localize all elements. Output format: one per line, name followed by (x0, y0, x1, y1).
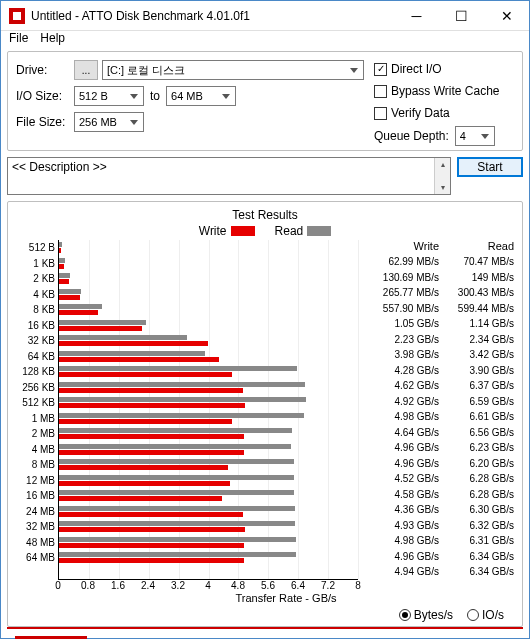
write-bar (59, 403, 245, 408)
menu-help[interactable]: Help (40, 31, 65, 45)
maximize-button[interactable]: ☐ (439, 1, 484, 31)
read-bar (59, 459, 294, 464)
y-label: 24 MB (16, 504, 55, 520)
bar-row (59, 287, 358, 303)
x-tick: 2.4 (141, 580, 155, 591)
read-bar (59, 258, 65, 263)
value-row: 62.99 MB/s70.47 MB/s (364, 254, 514, 270)
read-bar (59, 537, 296, 542)
start-button[interactable]: Start (457, 157, 523, 177)
legend-write-swatch (231, 226, 255, 236)
y-label: 16 MB (16, 488, 55, 504)
bypass-cache-label: Bypass Write Cache (391, 84, 500, 98)
y-label: 256 KB (16, 380, 55, 396)
bar-row (59, 426, 358, 442)
x-tick: 7.2 (321, 580, 335, 591)
read-bar (59, 335, 187, 340)
bar-row (59, 240, 358, 256)
write-bar (59, 264, 64, 269)
y-label: 2 KB (16, 271, 55, 287)
verify-data-label: Verify Data (391, 106, 450, 120)
y-label: 64 KB (16, 349, 55, 365)
read-bar (59, 490, 294, 495)
write-bar (59, 527, 245, 532)
value-row: 4.96 GB/s6.23 GB/s (364, 440, 514, 456)
bar-row (59, 380, 358, 396)
bytes-label: Bytes/s (414, 608, 453, 622)
close-button[interactable]: ✕ (484, 1, 529, 31)
write-bar (59, 512, 243, 517)
value-row: 4.92 GB/s6.59 GB/s (364, 394, 514, 410)
read-bar (59, 552, 296, 557)
read-bar (59, 320, 146, 325)
write-bar (59, 357, 219, 362)
ios-radio[interactable] (467, 609, 479, 621)
y-label: 12 MB (16, 473, 55, 489)
x-tick: 1.6 (111, 580, 125, 591)
write-bar (59, 295, 80, 300)
write-bar (59, 372, 232, 377)
bar-row (59, 488, 358, 504)
x-tick: 4 (205, 580, 211, 591)
bar-row (59, 364, 358, 380)
direct-io-label: Direct I/O (391, 62, 442, 76)
browse-button[interactable]: ... (74, 60, 98, 80)
y-label: 48 MB (16, 535, 55, 551)
read-bar (59, 304, 102, 309)
chart-bars (58, 240, 358, 580)
chart-x-label: Transfer Rate - GB/s (58, 592, 514, 604)
write-bar (59, 450, 244, 455)
value-row: 557.90 MB/s599.44 MB/s (364, 301, 514, 317)
values-table: 62.99 MB/s70.47 MB/s130.69 MB/s149 MB/s2… (364, 254, 514, 580)
menubar: File Help (1, 31, 529, 45)
write-bar (59, 543, 244, 548)
bar-row (59, 457, 358, 473)
x-tick: 8 (355, 580, 361, 591)
read-bar (59, 382, 305, 387)
write-bar (59, 279, 69, 284)
write-bar (59, 465, 228, 470)
io-size-to-select[interactable]: 64 MB (166, 86, 236, 106)
io-size-from-select[interactable]: 512 B (74, 86, 144, 106)
app-window: Untitled - ATTO Disk Benchmark 4.01.0f1 … (0, 0, 530, 639)
verify-data-checkbox[interactable] (374, 107, 387, 120)
chart-y-labels: 512 B1 KB2 KB4 KB8 KB16 KB32 KB64 KB128 … (16, 240, 58, 580)
value-row: 2.23 GB/s2.34 GB/s (364, 332, 514, 348)
write-bar (59, 558, 244, 563)
value-row: 4.36 GB/s6.30 GB/s (364, 502, 514, 518)
chart-x-ticks: 00.81.62.43.244.85.66.47.28 (58, 580, 358, 592)
chart-legend: Write Read (16, 224, 514, 238)
bytes-radio[interactable] (399, 609, 411, 621)
bar-row (59, 442, 358, 458)
drive-select[interactable]: [C:] 로컬 디스크 (102, 60, 364, 80)
read-bar (59, 413, 304, 418)
write-bar (59, 496, 222, 501)
value-row: 4.96 GB/s6.20 GB/s (364, 456, 514, 472)
read-bar (59, 444, 291, 449)
y-label: 8 KB (16, 302, 55, 318)
y-label: 2 MB (16, 426, 55, 442)
value-row: 4.96 GB/s6.34 GB/s (364, 549, 514, 565)
description-input[interactable]: << Description >> ▴▾ (7, 157, 451, 195)
y-label: 32 MB (16, 519, 55, 535)
bar-row (59, 411, 358, 427)
results-panel: Test Results Write Read 512 B1 KB2 KB4 K… (7, 201, 523, 627)
drive-label: Drive: (16, 63, 74, 77)
y-label: 512 B (16, 240, 55, 256)
description-scrollbar[interactable]: ▴▾ (434, 158, 450, 194)
menu-file[interactable]: File (9, 31, 28, 45)
bypass-cache-checkbox[interactable] (374, 85, 387, 98)
y-label: 1 KB (16, 256, 55, 272)
read-bar (59, 366, 297, 371)
queue-depth-select[interactable]: 4 (455, 126, 495, 146)
write-bar (59, 481, 230, 486)
file-size-select[interactable]: 256 MB (74, 112, 144, 132)
value-row: 4.52 GB/s6.28 GB/s (364, 471, 514, 487)
y-label: 4 KB (16, 287, 55, 303)
minimize-button[interactable]: ─ (394, 1, 439, 31)
value-row: 265.77 MB/s300.43 MB/s (364, 285, 514, 301)
value-row: 4.64 GB/s6.56 GB/s (364, 425, 514, 441)
x-tick: 6.4 (291, 580, 305, 591)
direct-io-checkbox[interactable] (374, 63, 387, 76)
write-bar (59, 326, 142, 331)
